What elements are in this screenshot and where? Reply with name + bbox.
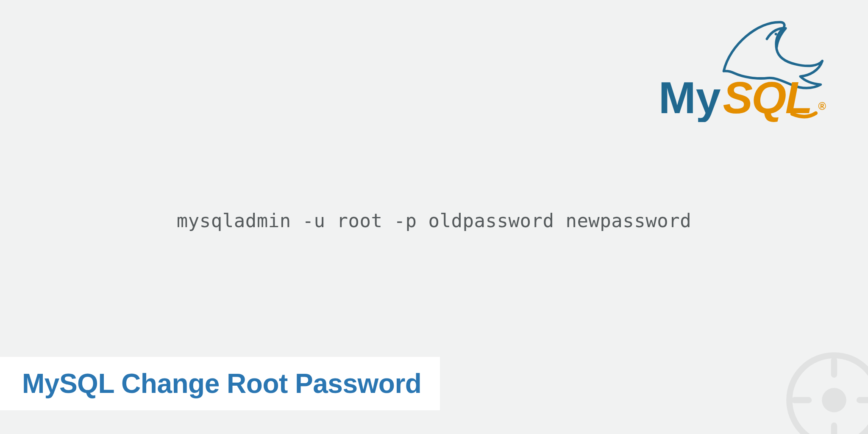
svg-point-0 xyxy=(775,33,777,35)
title-box: MySQL Change Root Password xyxy=(0,357,440,410)
page-title: MySQL Change Root Password xyxy=(22,369,421,398)
watermark-icon xyxy=(783,349,868,434)
svg-rect-5 xyxy=(791,397,812,403)
slide-canvas: My SQL ® mysqladmin -u root -p oldpasswo… xyxy=(0,0,868,434)
command-snippet: mysqladmin -u root -p oldpassword newpas… xyxy=(177,210,692,231)
logo-registered-mark: ® xyxy=(818,100,826,112)
svg-point-2 xyxy=(822,388,846,412)
svg-rect-3 xyxy=(831,357,837,378)
svg-rect-6 xyxy=(857,397,868,403)
svg-rect-4 xyxy=(831,423,837,434)
mysql-logo: My SQL ® xyxy=(651,16,829,122)
logo-text-my: My xyxy=(659,72,721,122)
